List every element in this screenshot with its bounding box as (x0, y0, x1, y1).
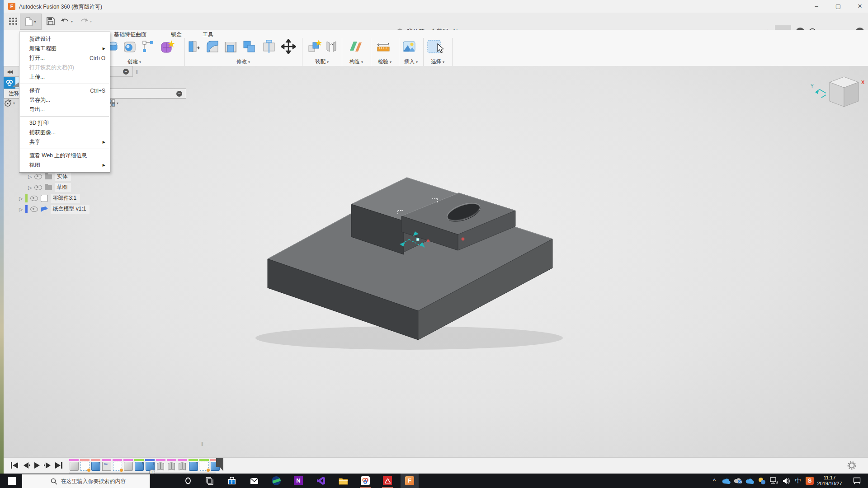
menu-item-new-design[interactable]: 新建设计 (19, 34, 110, 44)
timeline-feature[interactable] (80, 459, 90, 472)
file-menu-button[interactable]: ▾ (20, 14, 42, 30)
tree-row-component3[interactable]: ▷ 零部件3:1 (19, 193, 80, 203)
start-button[interactable] (3, 474, 21, 488)
taskbar-search-input[interactable]: 在这里输入你要搜索的内容 (22, 474, 150, 488)
visual-studio-icon[interactable] (312, 474, 330, 488)
mail-icon[interactable] (245, 474, 263, 488)
group-insert-label[interactable]: 插入 (404, 59, 415, 64)
close-button[interactable]: ✕ (850, 0, 868, 13)
group-assemble-label[interactable]: 装配 (315, 59, 326, 64)
menu-item-share[interactable]: 共享▶ (19, 137, 110, 147)
timeline-settings-gear-icon[interactable] (847, 461, 856, 472)
undo-button[interactable]: ▾ (61, 15, 73, 28)
combine-tool-icon[interactable] (241, 39, 257, 54)
maximize-button[interactable]: ▢ (828, 0, 848, 13)
timeline-feature[interactable] (189, 459, 198, 472)
store-icon[interactable] (223, 474, 241, 488)
onedrive-cloud-icon-2[interactable] (744, 474, 756, 488)
expand-icon[interactable]: ▷ (28, 174, 32, 180)
shell-tool-icon[interactable] (223, 39, 238, 54)
menu-item-save[interactable]: 保存Ctrl+S (19, 86, 110, 95)
cloud-sync-icon[interactable] (732, 474, 744, 488)
timeline-feature[interactable] (69, 459, 79, 472)
fillet-tool-icon[interactable] (205, 39, 220, 54)
menu-item-view[interactable]: 视图▶ (19, 160, 110, 170)
redo-button[interactable]: ▾ (80, 15, 92, 28)
group-create-label[interactable]: 创建 (127, 59, 138, 64)
menu-item-upload[interactable]: 上传... (19, 72, 110, 82)
expand-icon[interactable]: ▷ (28, 185, 32, 191)
menu-item-open[interactable]: 打开...Ctrl+O (19, 53, 110, 63)
timeline-play-button[interactable] (33, 461, 42, 469)
cortana-icon[interactable] (180, 474, 196, 488)
menu-item-save-as[interactable]: 另存为... (19, 95, 110, 105)
file-explorer-icon[interactable] (334, 474, 352, 488)
joint-tool-icon[interactable] (324, 39, 339, 54)
tree-row-boxmodel[interactable]: ▷ 纸盒模型 v1:1 (19, 204, 90, 214)
timeline-go-start-button[interactable] (10, 461, 19, 469)
timeline-feature[interactable] (102, 459, 111, 472)
timeline-go-end-button[interactable] (54, 461, 63, 469)
view-cube[interactable]: Y X (806, 70, 867, 117)
red-app-icon[interactable] (378, 474, 396, 488)
ime-indicator[interactable]: 中 (792, 474, 804, 488)
expand-icon[interactable]: ▷ (19, 196, 23, 202)
3d-viewport[interactable]: ◀◀ − ‖ ▷ 原点 ▷ 实体 ▷ 草图 ▷ 零部件3:1 ▷ 纸盒模型 v1… (4, 66, 868, 457)
menu-item-3d-print[interactable]: 3D 打印 (19, 118, 110, 128)
tray-app-icon[interactable] (756, 474, 768, 488)
visibility-eye-icon[interactable] (34, 185, 42, 190)
group-modify-label[interactable]: 修改 (236, 59, 247, 64)
create-form-tool-icon[interactable] (160, 39, 175, 54)
menu-item-capture-image[interactable]: 捕获图像... (19, 128, 110, 137)
tab-surface[interactable]: 基础特征曲面 (114, 31, 146, 38)
tree-row-sketches[interactable]: ▷ 草图 (28, 183, 71, 192)
save-button[interactable] (46, 15, 55, 28)
timeline-step-back-button[interactable] (22, 461, 31, 469)
action-center-icon[interactable] (849, 474, 864, 488)
move-tool-icon[interactable] (281, 39, 296, 54)
expand-icon[interactable]: ▷ (19, 206, 23, 212)
browser-drag-handle[interactable]: ‖ (136, 69, 138, 75)
volume-icon[interactable] (780, 474, 793, 488)
visibility-eye-icon[interactable] (30, 196, 38, 201)
timeline-feature[interactable] (91, 459, 100, 472)
onenote-icon[interactable]: N (289, 474, 307, 488)
timeline-feature[interactable] (167, 459, 176, 472)
minimize-button[interactable]: – (807, 0, 826, 13)
group-inspect-label[interactable]: 检验 (378, 59, 388, 64)
visibility-eye-icon[interactable] (34, 174, 42, 179)
press-pull-tool-icon[interactable] (186, 39, 201, 54)
menu-item-view-details-web[interactable]: 查看 Web 上的详细信息 (19, 151, 110, 160)
tray-expand-chevron[interactable]: ^ (709, 474, 720, 488)
measure-tool-icon[interactable] (376, 39, 391, 54)
timeline-feature[interactable] (123, 459, 133, 472)
comment-drag-handle[interactable]: ‖ (201, 441, 203, 447)
a360-app-icon[interactable] (356, 474, 374, 488)
timeline-feature[interactable] (134, 459, 144, 472)
timeline-step-forward-button[interactable] (43, 461, 52, 469)
menu-item-export[interactable]: 导出... (19, 105, 110, 114)
group-construct-label[interactable]: 构造 (349, 59, 360, 64)
split-body-tool-icon[interactable] (261, 39, 277, 54)
new-component-tool-icon[interactable] (307, 39, 322, 54)
network-icon[interactable] (768, 474, 780, 488)
timeline-feature[interactable] (156, 459, 165, 472)
group-select-label[interactable]: 选择 (431, 59, 441, 64)
video-app-icon[interactable] (267, 474, 285, 488)
app-grid-icon[interactable] (8, 15, 18, 28)
tree-row-bodies[interactable]: ▷ 实体 (28, 172, 71, 182)
fusion360-taskbar-icon[interactable]: F (401, 474, 419, 488)
taskbar-clock[interactable]: 11:17 2019/10/27 (811, 474, 848, 488)
timeline-feature[interactable] (113, 459, 122, 472)
visibility-eye-icon[interactable] (30, 206, 38, 212)
hole-tool-icon[interactable] (122, 39, 137, 54)
tab-tools[interactable]: 工具 (203, 31, 213, 38)
menu-item-new-drawing[interactable]: 新建工程图▶ (19, 44, 110, 53)
pattern-tool-icon[interactable] (140, 39, 156, 54)
task-view-icon[interactable] (201, 474, 217, 488)
onedrive-cloud-icon[interactable] (721, 474, 732, 488)
construct-plane-tool-icon[interactable] (348, 39, 363, 54)
insert-canvas-tool-icon[interactable] (401, 39, 417, 54)
timeline-feature[interactable] (178, 459, 187, 472)
tab-sheetmetal[interactable]: 钣金 (171, 31, 182, 38)
